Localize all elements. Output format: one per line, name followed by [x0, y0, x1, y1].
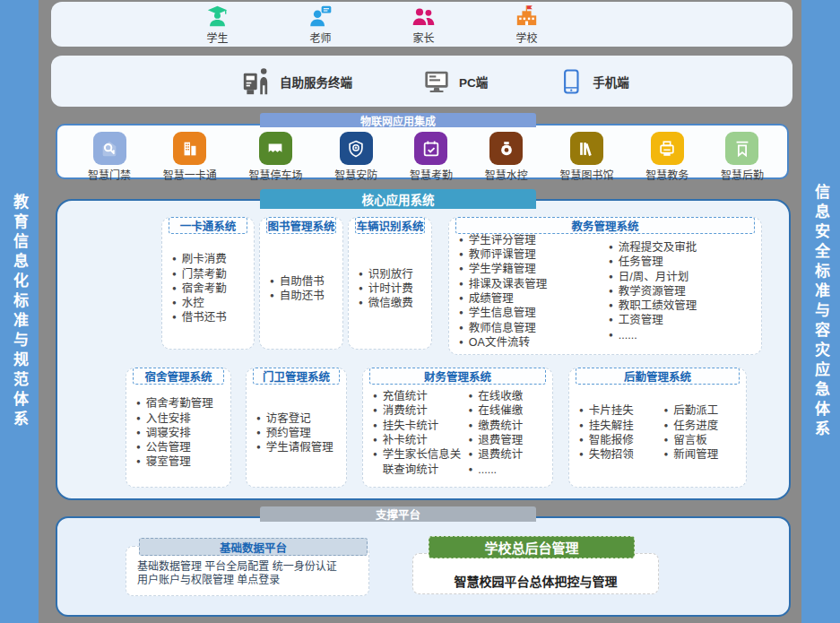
system-box-vehicle: 车辆识别系统 ●识别放行●计时计费●微信缴费 [348, 217, 432, 350]
bullet-icon: ● [136, 440, 141, 454]
right-standards-bar: 信息安全标准与容灾应急体系 [801, 0, 840, 623]
list-item: ●计时计费 [359, 281, 429, 296]
iot-tile-academic: 智慧教务 [645, 132, 688, 182]
support-banner: 支撑平台 [260, 506, 536, 522]
bullet-icon: ● [579, 403, 584, 418]
terminal-item-kiosk: 自助服务终端 [241, 66, 352, 97]
attendance-calendar-icon [414, 132, 447, 165]
bullet-icon: ● [172, 267, 177, 281]
bullet-icon: ● [270, 289, 274, 303]
list-item-label: 工资管理 [619, 313, 663, 327]
bullet-icon: ● [663, 403, 668, 418]
list-item: ●工资管理 [609, 313, 758, 327]
bullet-icon: ● [172, 310, 177, 324]
bullet-icon: ● [172, 281, 177, 296]
list-item: ●宿舍考勤 [172, 281, 251, 296]
bullet-icon: ● [136, 411, 141, 426]
student-icon [205, 4, 229, 29]
list-item-label: OA文件流转 [469, 335, 530, 350]
list-item-label: 学生学籍管理 [469, 262, 536, 276]
list-item-label: 学生评分管理 [469, 233, 536, 247]
user-label: 老师 [309, 30, 331, 45]
bullet-icon: ● [459, 262, 463, 276]
list-item: ●...... [609, 328, 758, 342]
system-box-onecard: 一卡通系统 ●刷卡消费●门禁考勤●宿舍考勤●水控●借书还书 [161, 217, 255, 350]
iot-label: 智慧考勤 [410, 167, 453, 182]
bullet-icon: ● [579, 447, 584, 462]
list-item: ●日/周、月计划 [609, 270, 758, 284]
list-item: ●充值统计 [373, 389, 466, 403]
list-item: ●任务进度 [663, 419, 743, 433]
list-item-label: 宿舍考勤 [182, 281, 227, 296]
system-box-finance: 财务管理系统 ●充值统计●消费统计●挂失卡统计●补卡统计●学生家长信息关联查询统… [362, 368, 553, 488]
bullet-icon: ● [609, 299, 613, 313]
list-item: ●刷卡消费 [172, 252, 251, 266]
bullet-icon: ● [663, 419, 668, 433]
iot-label: 智慧门禁 [88, 167, 131, 182]
list-item: ●识别放行 [359, 267, 429, 281]
box-title-chip: 门卫管理系统 [253, 368, 340, 385]
bullet-list: ●自助借书●自助还书 [270, 274, 340, 304]
list-item: ●挂失解挂 [579, 419, 662, 433]
logistics-flag-icon [725, 132, 758, 165]
bullet-icon: ● [468, 403, 472, 418]
bullet-icon: ● [459, 277, 463, 291]
list-item: ●新闻管理 [663, 447, 743, 462]
list-item: ●入住安排 [136, 411, 228, 426]
kiosk-icon [241, 66, 272, 97]
bullet-icon: ● [373, 447, 377, 477]
core-panel: 一卡通系统 ●刷卡消费●门禁考勤●宿舍考勤●水控●借书还书 图书管理系统 ●自助… [56, 199, 791, 500]
list-item: ●缴费统计 [468, 419, 550, 433]
iot-label: 智慧后勤 [721, 167, 764, 182]
list-item-label: 退费管理 [478, 433, 523, 447]
bullet-list: ●宿舍考勤管理●入住安排●调寝安排●公告管理●寝室管理 [136, 396, 228, 469]
iot-tile-logistics: 智慧后勤 [721, 132, 764, 182]
bullet-list: ●在线收缴●在线催缴●缴费统计●退费管理●退费统计●...... [468, 389, 550, 477]
onecard-icon [173, 132, 206, 165]
list-item-label: 失物招领 [589, 447, 634, 462]
iot-tile-water: 智慧水控 [485, 132, 528, 182]
phone-icon [558, 68, 585, 95]
water-control-icon [489, 132, 523, 165]
bullet-icon: ● [459, 321, 463, 335]
terminal-item-pc: PC端 [422, 67, 488, 96]
list-item-label: 挂失卡统计 [383, 419, 439, 433]
list-item-label: 任务进度 [673, 419, 718, 433]
list-item-label: 宿舍考勤管理 [146, 396, 213, 411]
iot-tile-library: 智慧图书馆 [559, 132, 613, 182]
bullet-icon: ● [609, 270, 613, 284]
list-item: ●教师信息管理 [459, 321, 607, 335]
list-item-label: 补卡统计 [383, 433, 428, 447]
list-item-label: 留言板 [673, 433, 707, 447]
list-item: ●卡片挂失 [579, 403, 662, 418]
list-item: ●退费统计 [468, 447, 550, 462]
list-item-label: 调寝安排 [146, 426, 191, 440]
list-item-label: 教师评课管理 [469, 247, 536, 262]
list-item-label: 学生家长信息关联查询统计 [383, 447, 467, 477]
bullet-icon: ● [663, 447, 668, 462]
terminal-label: 手机端 [593, 73, 629, 91]
list-item: ●教师评课管理 [459, 247, 607, 262]
user-item-parents: 家长 [372, 4, 475, 45]
list-item-label: 消费统计 [383, 403, 428, 418]
bullet-list: ●识别放行●计时计费●微信缴费 [359, 267, 429, 311]
bullet-icon: ● [459, 233, 463, 247]
bullet-icon: ● [270, 274, 274, 289]
bullet-list: ●后勤派工●任务进度●留言板●新闻管理 [663, 403, 743, 462]
list-item-label: 自助借书 [280, 274, 325, 289]
iot-label: 智慧教务 [645, 167, 688, 182]
list-item: ●微信缴费 [359, 296, 429, 310]
bullet-icon: ● [663, 433, 668, 447]
user-label: 学校 [515, 30, 537, 45]
iot-label: 智慧水控 [485, 167, 528, 182]
school-icon [515, 4, 539, 29]
list-item-label: 缴费统计 [478, 419, 523, 433]
list-item-label: 成绩管理 [469, 291, 514, 306]
bullet-icon: ● [609, 255, 613, 269]
iot-panel: 智慧门禁 智慧一卡通 智慧停车场 智慧安防 智慧考勤 智慧水控 智慧图书馆 [56, 124, 789, 179]
list-item-label: 微信缴费 [368, 296, 413, 310]
terminal-item-phone: 手机端 [558, 68, 629, 95]
iot-tile-attendance: 智慧考勤 [410, 132, 453, 182]
list-item-label: ...... [478, 463, 497, 477]
list-item: ●门禁考勤 [172, 267, 251, 281]
